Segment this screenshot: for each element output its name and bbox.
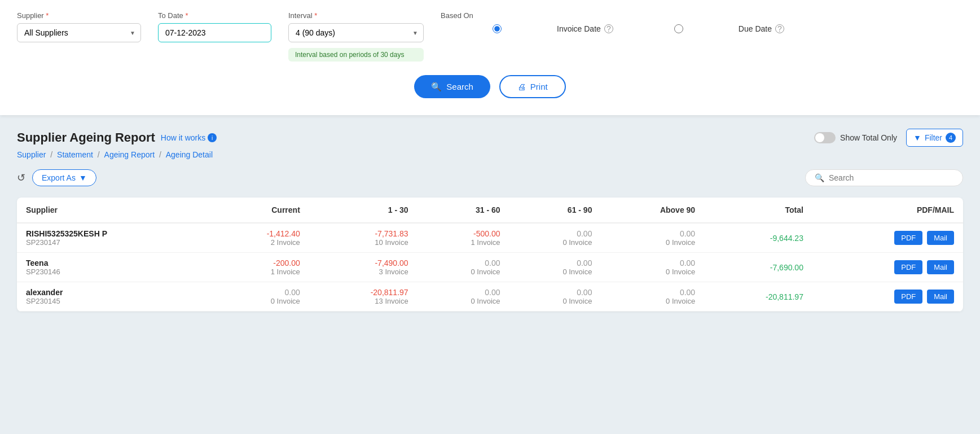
table-row: Teena SP230146 -200.00 1 Invoice -7,490.… — [17, 253, 963, 282]
supplier-select-wrapper: All Suppliers — [17, 23, 141, 42]
to-date-input[interactable] — [158, 23, 271, 42]
above90-count-0: 0 Invoice — [610, 238, 695, 247]
cell-total-2: -20,811.97 — [704, 282, 812, 312]
table-row: alexander SP230145 0.00 0 Invoice -20,81… — [17, 282, 963, 312]
current-count-1: 1 Invoice — [218, 268, 300, 276]
col61-90-amount-1: 0.00 — [518, 258, 592, 268]
interval-select[interactable]: 4 (90 days) — [288, 23, 424, 42]
show-total-toggle: Show Total Only — [814, 132, 897, 143]
cell-above90-2: 0.00 0 Invoice — [601, 282, 704, 312]
cell-1-30-2: -20,811.97 13 Invoice — [309, 282, 418, 312]
how-it-works-icon: i — [208, 133, 217, 142]
export-chevron-icon: ▼ — [79, 173, 87, 182]
filter-button[interactable]: ▼ Filter 4 — [906, 129, 963, 147]
radio-row: Invoice Date ? Due Date ? — [441, 24, 784, 33]
mail-button-2[interactable]: Mail — [927, 290, 954, 304]
table-header-row: Supplier Current 1 - 30 31 - 60 61 - 90 … — [17, 198, 963, 223]
filter-icon: ▼ — [913, 133, 921, 142]
supplier-select[interactable]: All Suppliers — [17, 23, 141, 42]
invoice-date-info-icon[interactable]: ? — [604, 24, 613, 33]
cell-61-90-0: 0.00 0 Invoice — [509, 223, 601, 253]
col61-90-count-0: 0 Invoice — [518, 238, 592, 247]
supplier-name-1: Teena — [26, 258, 200, 268]
refresh-icon[interactable]: ↺ — [17, 172, 25, 184]
cell-31-60-1: 0.00 0 Invoice — [418, 253, 509, 282]
cell-1-30-0: -7,731.83 10 Invoice — [309, 223, 418, 253]
cell-31-60-2: 0.00 0 Invoice — [418, 282, 509, 312]
mail-button-1[interactable]: Mail — [927, 260, 954, 274]
search-icon: 🔍 — [431, 82, 442, 92]
cell-actions-1: PDF Mail — [812, 253, 963, 282]
cell-current-2: 0.00 0 Invoice — [209, 282, 309, 312]
top-panel: Supplier * All Suppliers To Date * Inter… — [0, 0, 980, 115]
col-total: Total — [704, 198, 812, 223]
col31-60-amount-2: 0.00 — [427, 288, 500, 297]
breadcrumb-supplier[interactable]: Supplier — [17, 150, 46, 159]
cell-above90-0: 0.00 0 Invoice — [601, 223, 704, 253]
print-btn-label: Print — [530, 82, 548, 91]
report-title: Supplier Ageing Report — [17, 130, 155, 145]
col-31-60: 31 - 60 — [418, 198, 509, 223]
total-amount-1: -7,690.00 — [713, 263, 803, 272]
invoice-date-radio[interactable] — [441, 24, 553, 33]
based-on-label: Based On — [441, 11, 784, 20]
breadcrumb-sep-3: / — [159, 150, 164, 159]
toolbar-left: ↺ Export As ▼ — [17, 169, 96, 186]
filters-row: Supplier * All Suppliers To Date * Inter… — [17, 11, 963, 62]
invoice-date-option: Invoice Date ? — [441, 24, 613, 33]
above90-count-2: 0 Invoice — [610, 297, 695, 305]
cell-total-0: -9,644.23 — [704, 223, 812, 253]
table-search-input[interactable] — [829, 173, 953, 182]
search-button[interactable]: 🔍 Search — [414, 75, 490, 98]
pdf-button-2[interactable]: PDF — [894, 290, 922, 304]
mail-button-0[interactable]: Mail — [927, 231, 954, 245]
col-pdf-mail: PDF/MAIL — [812, 198, 963, 223]
col31-60-count-2: 0 Invoice — [427, 297, 500, 305]
due-date-label: Due Date — [739, 24, 772, 33]
cell-61-90-1: 0.00 0 Invoice — [509, 253, 601, 282]
how-it-works-link[interactable]: How it works i — [161, 133, 217, 142]
cell-supplier-2: alexander SP230145 — [17, 282, 209, 312]
export-label: Export As — [42, 173, 76, 182]
required-star-3: * — [314, 11, 317, 20]
total-amount-0: -9,644.23 — [713, 234, 803, 243]
required-star: * — [46, 11, 49, 20]
breadcrumb-ageing-report[interactable]: Ageing Report — [104, 150, 155, 159]
col61-90-amount-0: 0.00 — [518, 229, 592, 238]
cell-actions-2: PDF Mail — [812, 282, 963, 312]
due-date-radio[interactable] — [622, 24, 735, 33]
due-date-info-icon[interactable]: ? — [775, 24, 784, 33]
breadcrumb-statement[interactable]: Statement — [57, 150, 93, 159]
pdf-button-1[interactable]: PDF — [894, 260, 922, 274]
pdf-button-0[interactable]: PDF — [894, 231, 922, 245]
invoice-date-label: Invoice Date — [557, 24, 601, 33]
cell-supplier-0: RISHI5325325KESH P SP230147 — [17, 223, 209, 253]
table-container: Supplier Current 1 - 30 31 - 60 61 - 90 … — [17, 198, 963, 312]
col1-30-count-2: 13 Invoice — [318, 297, 408, 305]
current-amount-2: 0.00 — [218, 288, 300, 297]
cell-61-90-2: 0.00 0 Invoice — [509, 282, 601, 312]
print-button[interactable]: 🖨 Print — [499, 75, 566, 98]
above90-amount-2: 0.00 — [610, 288, 695, 297]
export-button[interactable]: Export As ▼ — [32, 169, 96, 186]
breadcrumb: Supplier / Statement / Ageing Report / A… — [17, 150, 963, 159]
col1-30-count-1: 3 Invoice — [318, 268, 408, 276]
col31-60-amount-1: 0.00 — [427, 258, 500, 268]
current-count-0: 2 Invoice — [218, 238, 300, 247]
breadcrumb-ageing-detail[interactable]: Ageing Detail — [166, 150, 213, 159]
supplier-code-0: SP230147 — [26, 238, 200, 247]
supplier-name-0: RISHI5325325KESH P — [26, 229, 200, 238]
supplier-filter-group: Supplier * All Suppliers — [17, 11, 141, 42]
table-search-box: 🔍 — [805, 169, 963, 186]
total-amount-2: -20,811.97 — [713, 292, 803, 301]
col-supplier: Supplier — [17, 198, 209, 223]
above90-amount-0: 0.00 — [610, 229, 695, 238]
col1-30-amount-0: -7,731.83 — [318, 229, 408, 238]
show-total-toggle-switch[interactable] — [814, 132, 836, 143]
breadcrumb-sep-2: / — [98, 150, 102, 159]
required-star-2: * — [185, 11, 188, 20]
interval-hint: Interval based on periods of 30 days — [288, 48, 424, 62]
interval-select-wrapper: 4 (90 days) — [288, 23, 424, 42]
col61-90-amount-2: 0.00 — [518, 288, 592, 297]
print-icon: 🖨 — [517, 82, 526, 91]
